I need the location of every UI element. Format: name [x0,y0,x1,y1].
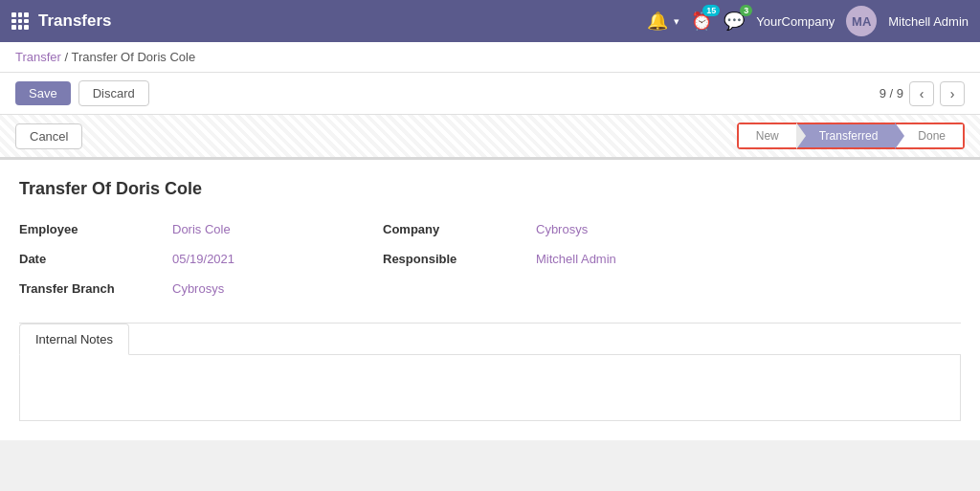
app-title: Transfers [38,11,112,31]
employee-label: Employee [19,218,172,240]
step-done[interactable]: Done [895,124,963,147]
breadcrumb-parent-link[interactable]: Transfer [15,50,61,64]
company-label: Company [383,218,536,240]
employee-value[interactable]: Doris Cole [172,218,383,240]
breadcrumb: Transfer / Transfer Of Doris Cole [0,42,980,73]
breadcrumb-separator: / [65,50,69,64]
form-fields: Employee Doris Cole Company Cybrosys Dat… [19,218,961,300]
prev-record-button[interactable]: ‹ [909,81,934,106]
date-value[interactable]: 05/19/2021 [172,248,383,270]
avatar[interactable]: MA [846,6,877,36]
discard-button[interactable]: Discard [78,80,149,106]
topnav-right-section: 🔔 ▾ ⏰ 15 💬 3 YourCompany MA Mitchell Adm… [647,6,969,36]
record-title: Transfer Of Doris Cole [19,179,961,199]
company-name: YourCompany [756,14,835,29]
tabs-section: Internal Notes [19,323,961,421]
activity-badge: 15 [702,5,720,16]
tab-internal-notes[interactable]: Internal Notes [19,324,129,355]
top-navigation: Transfers 🔔 ▾ ⏰ 15 💬 3 YourCompany MA Mi… [0,0,980,42]
transfer-branch-value[interactable]: Cybrosys [172,278,383,300]
cancel-button[interactable]: Cancel [15,123,82,149]
company-value[interactable]: Cybrosys [536,218,746,240]
step-new[interactable]: New [739,124,796,147]
action-bar: Save Discard 9 / 9 ‹ › [0,73,980,115]
date-label: Date [19,248,172,270]
pager: 9 / 9 ‹ › [880,81,965,106]
next-record-button[interactable]: › [940,81,965,106]
tab-content-internal-notes[interactable] [19,354,961,421]
notification-bell-button[interactable]: 🔔 ▾ [647,11,679,32]
responsible-label: Responsible [383,248,536,270]
save-button[interactable]: Save [15,81,71,105]
tabs-header: Internal Notes [19,324,961,354]
activity-icon-button[interactable]: ⏰ 15 [691,11,712,32]
message-badge: 3 [740,5,752,16]
status-steps: New Transferred Done [737,123,965,149]
message-icon-button[interactable]: 💬 3 [724,11,745,32]
pager-count: 9 / 9 [880,86,903,100]
responsible-value[interactable]: Mitchell Admin [536,248,746,270]
apps-menu-icon[interactable] [11,12,29,30]
step-transferred[interactable]: Transferred [796,124,896,147]
username: Mitchell Admin [888,14,969,29]
breadcrumb-current: Transfer Of Doris Cole [72,50,196,64]
status-bar: Cancel New Transferred Done [0,115,980,160]
transfer-branch-label: Transfer Branch [19,278,172,300]
main-content: Transfer Of Doris Cole Employee Doris Co… [0,160,980,440]
